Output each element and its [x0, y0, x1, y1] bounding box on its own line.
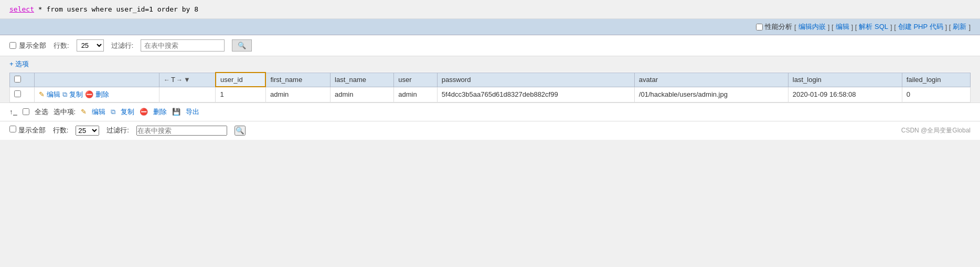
col-avatar[interactable]: avatar [634, 73, 788, 87]
watermark: CSDN @全局变量Global [901, 126, 971, 135]
table-header-row: ← T → ▼ user_id first_name last_name use… [10, 73, 971, 87]
cell-password: 5f4dcc3b5aa765d61d8327deb882cf99 [437, 87, 634, 102]
cell-user-id: 1 [216, 87, 265, 102]
delete-icon: ⛔ [85, 90, 93, 98]
filter-row-label: 过滤行: [111, 41, 134, 50]
col-user[interactable]: user [394, 73, 438, 87]
show-all-checkbox[interactable] [9, 42, 16, 49]
perf-label: 性能分析 [765, 22, 792, 32]
top-filter-bar: 显示全部 行数: 25 50 100 250 过滤行: 🔍 [0, 35, 980, 56]
col-user-id[interactable]: user_id [216, 73, 265, 87]
bottom-copy-icon: ⧉ [111, 108, 115, 116]
header-checkbox[interactable] [14, 76, 21, 83]
cell-first-name: admin [265, 87, 330, 102]
bottom-show-all-checkbox[interactable] [9, 126, 16, 132]
bottom-filter-left: 显示全部 行数: 25 50 100 250 过滤行: 🔍 [9, 126, 246, 136]
row-actions-cell: ✎ 编辑 ⧉ 复制 ⛔ 删除 [35, 87, 159, 102]
bottom-delete-icon: ⛔ [140, 108, 148, 116]
edit-icon: ✎ [39, 90, 45, 98]
col-first-name[interactable]: first_name [265, 73, 330, 87]
sql-bar: select * from users where user_id=1 orde… [0, 0, 980, 19]
copy-icon: ⧉ [62, 90, 67, 99]
bottom-copy-link[interactable]: 复制 [121, 107, 134, 117]
action-bar: 性能分析 [ 编辑内嵌 ] [ 编辑 ] [ 解析 SQL ] [ 创建 PHP… [0, 19, 980, 35]
bottom-edit-link[interactable]: 编辑 [92, 107, 105, 117]
up-arrow-icon: ↑⎯ [9, 108, 17, 116]
table-container: ← T → ▼ user_id first_name last_name use… [0, 72, 980, 102]
edit-inline-link[interactable]: 编辑内嵌 [798, 22, 826, 32]
edit-link[interactable]: 编辑 [836, 22, 849, 32]
parse-sql-link[interactable]: 解析 SQL [859, 22, 888, 32]
table-body: ✎ 编辑 ⧉ 复制 ⛔ 删除 1 admin admin admin 5f4dc… [10, 87, 971, 102]
refresh-link[interactable]: 刷新 [953, 22, 966, 32]
bottom-show-all-label[interactable]: 显示全部 [9, 126, 46, 135]
data-table: ← T → ▼ user_id first_name last_name use… [9, 72, 971, 102]
sort-t-icon: T [171, 76, 175, 84]
dropdown-icon[interactable]: ▼ [184, 76, 190, 84]
select-all-label: 全选 [35, 107, 48, 117]
col-checkbox [10, 73, 35, 87]
sql-text: * from users where user_id=1 order by 8 [34, 5, 198, 13]
cell-user: admin [394, 87, 438, 102]
cell-last-name: admin [331, 87, 394, 102]
bottom-delete-link[interactable]: 删除 [153, 107, 167, 117]
cell-failed-login: 0 [902, 87, 970, 102]
options-link[interactable]: + 选项 [9, 60, 29, 68]
options-row[interactable]: + 选项 [0, 56, 980, 72]
col-row-actions [35, 73, 159, 87]
bottom-rows-select[interactable]: 25 50 100 250 [76, 126, 99, 136]
bottom-actions-bar: ↑⎯ 全选 选中项: ✎ 编辑 ⧉ 复制 ⛔ 删除 💾 导出 [0, 102, 980, 121]
nav-left-icon[interactable]: ← [164, 76, 170, 84]
row-checkbox-cell [10, 87, 35, 102]
table-row: ✎ 编辑 ⧉ 复制 ⛔ 删除 1 admin admin admin 5f4dc… [10, 87, 971, 102]
bottom-filter-search-button[interactable]: 🔍 [235, 126, 246, 136]
bottom-filter-input[interactable] [136, 126, 227, 136]
bottom-filter-bar: 显示全部 行数: 25 50 100 250 过滤行: 🔍 CSDN @全局变量… [0, 121, 980, 140]
rows-label: 行数: [54, 41, 69, 50]
nav-right-icon[interactable]: → [176, 76, 183, 84]
row-delete-link[interactable]: 删除 [95, 90, 109, 99]
show-all-text: 显示全部 [19, 41, 46, 50]
filter-input[interactable] [141, 39, 225, 52]
select-all-checkbox[interactable] [23, 108, 29, 115]
bottom-export-icon: 💾 [172, 108, 180, 116]
bottom-filter-row-label: 过滤行: [106, 126, 129, 135]
col-failed-login[interactable]: failed_login [902, 73, 970, 87]
col-sort-nav: ← T → ▼ [159, 73, 216, 87]
cell-avatar: /01/hackable/users/admin.jpg [634, 87, 788, 102]
bottom-rows-label: 行数: [53, 126, 69, 135]
row-edit-link[interactable]: 编辑 [47, 90, 60, 99]
row-copy-link[interactable]: 复制 [69, 90, 83, 99]
filter-search-button[interactable]: 🔍 [232, 39, 252, 52]
rows-select[interactable]: 25 50 100 250 [77, 39, 104, 52]
sql-keyword: select [9, 5, 34, 13]
selected-label: 选中项: [54, 107, 76, 117]
bottom-show-all-text: 显示全部 [18, 126, 46, 134]
show-all-label[interactable]: 显示全部 [9, 41, 46, 50]
col-password[interactable]: password [437, 73, 634, 87]
col-last-name[interactable]: last_name [331, 73, 394, 87]
row-checkbox[interactable] [14, 90, 21, 97]
cell-last-login: 2020-01-09 16:58:08 [788, 87, 902, 102]
col-last-login[interactable]: last_login [788, 73, 902, 87]
bottom-edit-icon: ✎ [81, 108, 87, 116]
create-php-link[interactable]: 创建 PHP 代码 [898, 22, 943, 32]
row-sort-cell [159, 87, 216, 102]
perf-checkbox[interactable] [756, 24, 763, 30]
perf-checkbox-label[interactable]: 性能分析 [756, 22, 792, 32]
bottom-export-link[interactable]: 导出 [186, 107, 199, 117]
